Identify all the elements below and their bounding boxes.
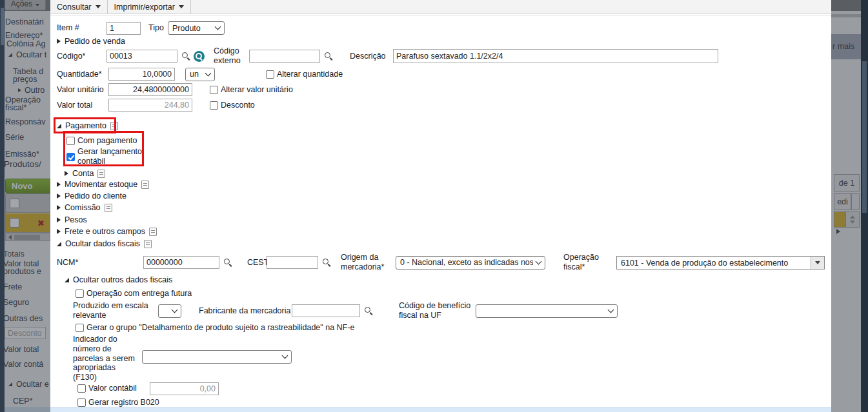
expand-triangle-icon: [57, 205, 61, 210]
section-frete-outros[interactable]: Frete e outros campos: [57, 227, 157, 236]
fabricante-label: Fabricante da mercadoria: [199, 306, 292, 316]
com-pagamento-checkbox[interactable]: [66, 137, 75, 145]
alterar-quantidade-checkbox[interactable]: [266, 70, 274, 79]
notes-icon[interactable]: [110, 122, 118, 130]
notes-icon[interactable]: [144, 240, 152, 248]
section-comissao[interactable]: Comissão: [57, 203, 112, 212]
section-movimentar-estoque-label: Movimentar estoque: [65, 180, 137, 189]
codigo-externo-label: Código externo: [214, 46, 249, 66]
indicador-parcelas-select[interactable]: [142, 350, 292, 364]
search-icon[interactable]: [322, 258, 331, 268]
operacao-fiscal-label: Operação fiscal*: [563, 253, 610, 272]
search-icon[interactable]: [223, 258, 232, 268]
modal-toolbar: Consultar Imprimir/exportar: [50, 0, 831, 14]
beneficio-fiscal-label: Código de benefício fiscal na UF: [399, 301, 471, 320]
expand-triangle-icon: [57, 193, 61, 199]
valor-contabil-input: [150, 382, 219, 395]
left-scrollbar[interactable]: [0, 0, 5, 412]
valor-unitario-input[interactable]: [108, 83, 192, 96]
origem-mercadoria-value: 0 - Nacional, exceto as indicadas nos c: [400, 258, 533, 267]
search-icon[interactable]: [324, 52, 333, 61]
section-comissao-label: Comissão: [65, 203, 101, 212]
valor-total-label: Valor total: [57, 101, 108, 110]
expand-triangle-icon: [65, 171, 68, 176]
imprimir-exportar-menu-button[interactable]: Imprimir/exportar: [108, 0, 191, 14]
modal-footer-strip: [50, 407, 831, 412]
ncm-input[interactable]: [143, 256, 219, 269]
search-icon[interactable]: [181, 52, 190, 61]
entrega-futura-label: Operação com entrega futura: [86, 289, 192, 299]
valor-unitario-label: Valor unitário: [57, 85, 108, 95]
descricao-label: Descrição: [350, 52, 382, 61]
section-ocultar-outros-fiscais[interactable]: Ocultar outros dados fiscais: [65, 275, 172, 284]
cest-label: CEST: [247, 258, 267, 268]
tipo-label: Tipo: [148, 23, 168, 33]
alterar-valor-unitario-checkbox[interactable]: [210, 86, 218, 94]
section-pagamento-label: Pagamento: [65, 121, 106, 130]
unidade-select[interactable]: un: [185, 68, 215, 81]
descricao-input[interactable]: [393, 49, 718, 63]
notes-icon[interactable]: [105, 204, 112, 212]
gerar-grupo-rastreabilidade-checkbox[interactable]: [76, 324, 84, 332]
chevron-down-icon: [172, 306, 178, 313]
notes-icon[interactable]: [149, 228, 157, 236]
section-frete-outros-label: Frete e outros campos: [65, 227, 145, 236]
alterar-valor-unitario-label: Alterar valor unitário: [221, 85, 293, 95]
section-pedido-cliente[interactable]: Pedido do cliente: [57, 191, 126, 201]
produzido-escala-label: Produzido em escala relevante: [73, 301, 158, 320]
cest-input[interactable]: [267, 256, 318, 269]
quantidade-input[interactable]: [108, 68, 175, 81]
com-pagamento-label: Com pagamento: [77, 136, 137, 146]
chevron-down-icon: [179, 5, 184, 8]
origem-mercadoria-select[interactable]: 0 - Nacional, exceto as indicadas nos c: [396, 256, 545, 270]
indicador-parcelas-label: Indicador do número de parcelas a serem …: [73, 335, 141, 382]
fabricante-input[interactable]: [292, 304, 360, 317]
tipo-select[interactable]: Produto: [168, 21, 225, 35]
section-ocultar-dados-fiscais[interactable]: Ocultar dados fiscais: [57, 239, 152, 248]
item-number-input[interactable]: [106, 22, 141, 35]
scrollbar-thumb[interactable]: [1, 8, 4, 45]
gerar-lancamento-label: Gerar lançamento contábil: [77, 147, 151, 166]
operacao-fiscal-value: 6101 - Venda de produção do estabelecime…: [617, 257, 811, 269]
app-screen: Ações Destinatári Endereço* Colônia Ag O…: [0, 0, 868, 412]
scrollbar-thumb[interactable]: [862, 61, 867, 213]
search-icon[interactable]: [364, 306, 373, 316]
notes-icon[interactable]: [141, 181, 149, 189]
produzido-escala-select[interactable]: [158, 304, 181, 318]
expand-triangle-icon: [57, 229, 61, 234]
item-edit-modal: Consultar Imprimir/exportar Item # Tipo …: [50, 0, 831, 412]
beneficio-fiscal-select[interactable]: [476, 304, 618, 318]
section-pesos[interactable]: Pesos: [57, 215, 87, 224]
codigo-externo-input[interactable]: [249, 50, 320, 63]
gerar-b020-label: Gerar registro B020: [88, 398, 159, 407]
dropdown-arrow-icon[interactable]: [811, 257, 824, 269]
entrega-futura-checkbox[interactable]: [76, 289, 84, 298]
chevron-down-icon: [215, 24, 221, 30]
product-lookup-icon[interactable]: [194, 51, 205, 62]
codigo-input[interactable]: [106, 50, 177, 63]
form-content: Item # Tipo Produto Pedido de venda Códi…: [50, 15, 831, 412]
section-pedido-venda[interactable]: Pedido de venda: [57, 37, 125, 46]
gerar-lancamento-checkbox[interactable]: [66, 153, 75, 161]
right-scrollbar[interactable]: [861, 0, 868, 412]
consultar-menu-button[interactable]: Consultar: [50, 0, 108, 14]
section-movimentar-estoque[interactable]: Movimentar estoque: [57, 180, 149, 189]
tipo-value: Produto: [172, 24, 201, 33]
origem-mercadoria-label: Origem da mercadoria*: [341, 253, 394, 272]
imprimir-exportar-label: Imprimir/exportar: [114, 3, 175, 12]
desconto-checkbox[interactable]: [210, 101, 218, 110]
section-pedido-venda-label: Pedido de venda: [65, 37, 125, 46]
gerar-b020-checkbox[interactable]: [77, 398, 86, 407]
operacao-fiscal-select[interactable]: 6101 - Venda de produção do estabelecime…: [616, 256, 825, 270]
expand-triangle-icon: [57, 217, 61, 222]
valor-contabil-checkbox[interactable]: [77, 384, 86, 393]
section-conta-label: Conta: [72, 169, 94, 178]
section-conta[interactable]: Conta: [65, 169, 105, 178]
chevron-down-icon: [205, 70, 212, 76]
background-left-panel: Ações Destinatári Endereço* Colônia Ag O…: [0, 0, 50, 412]
notes-icon[interactable]: [97, 170, 105, 178]
collapse-triangle-icon: [65, 278, 69, 282]
section-pagamento[interactable]: Pagamento: [57, 121, 118, 131]
section-ocultar-dados-fiscais-label: Ocultar dados fiscais: [65, 239, 140, 248]
expand-triangle-icon: [57, 182, 61, 187]
